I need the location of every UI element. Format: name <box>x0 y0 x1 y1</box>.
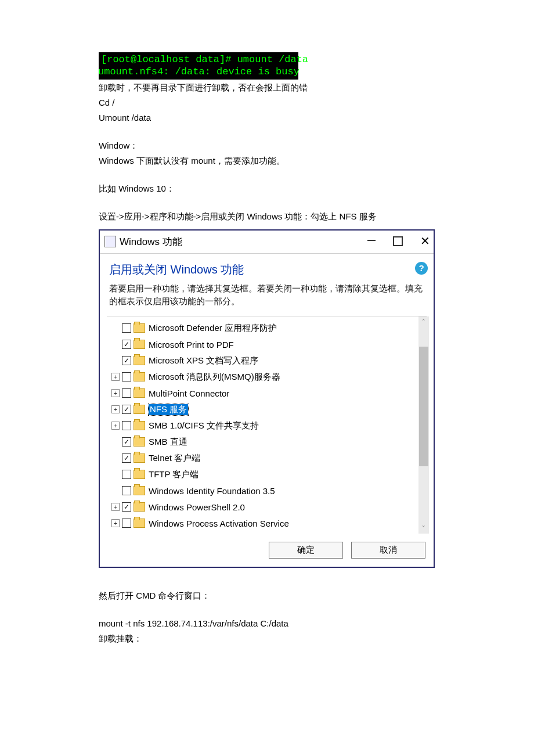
doc-text: 然后打开 CMD 命令行窗口： <box>99 589 435 603</box>
doc-text: Window： <box>99 139 435 153</box>
windows-features-dialog: Windows 功能 ✕ ? 启用或关闭 Windows 功能 若要启用一种功能… <box>99 229 435 568</box>
doc-text: Windows 下面默认没有 mount，需要添加功能。 <box>99 154 435 168</box>
folder-icon <box>134 405 145 414</box>
feature-row[interactable]: +MultiPoint Connector <box>107 385 427 401</box>
document-body: 卸载时，不要再目录下面进行卸载，否在会报上面的错 Cd / Umount /da… <box>99 81 435 224</box>
expand-icon[interactable]: + <box>111 405 120 413</box>
feature-checkbox[interactable] <box>122 372 131 381</box>
scrollbar[interactable]: ˄ ˅ <box>418 316 429 534</box>
feature-label[interactable]: Microsoft 消息队列(MSMQ)服务器 <box>149 372 280 383</box>
feature-checkbox[interactable] <box>122 323 131 333</box>
feature-checkbox[interactable] <box>122 388 131 398</box>
folder-icon <box>134 421 145 430</box>
dialog-header-title: 启用或关闭 Windows 功能 <box>109 262 424 278</box>
folder-icon <box>134 470 145 479</box>
folder-icon <box>134 453 145 463</box>
feature-label[interactable]: SMB 直通 <box>149 437 187 448</box>
expand-icon[interactable]: + <box>111 389 120 397</box>
feature-label[interactable]: Microsoft XPS 文档写入程序 <box>149 355 258 366</box>
dialog-header: ? 启用或关闭 Windows 功能 若要启用一种功能，请选择其复选框。若要关闭… <box>100 254 434 313</box>
terminal-line-2: umount.nfs4: /data: device is busy <box>98 66 300 77</box>
feature-row[interactable]: +SMB 1.0/CIFS 文件共享支持 <box>107 417 427 434</box>
feature-label[interactable]: Microsoft Print to PDF <box>149 340 234 350</box>
feature-row[interactable]: +Microsoft 消息队列(MSMQ)服务器 <box>107 369 427 385</box>
features-tree: Microsoft Defender 应用程序防护Microsoft Print… <box>107 316 427 534</box>
feature-label[interactable]: Windows Process Activation Service <box>149 519 289 528</box>
folder-icon <box>134 388 145 398</box>
feature-row[interactable]: Microsoft Print to PDF <box>107 336 427 352</box>
feature-label[interactable]: SMB 1.0/CIFS 文件共享支持 <box>149 420 259 431</box>
folder-icon <box>134 372 145 381</box>
feature-label[interactable]: Microsoft Defender 应用程序防护 <box>149 323 277 334</box>
feature-checkbox[interactable] <box>122 470 131 479</box>
expand-icon[interactable]: + <box>111 519 120 527</box>
folder-icon <box>134 519 145 528</box>
feature-checkbox[interactable] <box>122 453 131 463</box>
scroll-down-icon[interactable]: ˅ <box>418 523 429 534</box>
window-icon <box>104 236 116 247</box>
feature-label[interactable]: Windows PowerShell 2.0 <box>149 502 245 512</box>
feature-row[interactable]: SMB 直通 <box>107 434 427 450</box>
ok-button[interactable]: 确定 <box>269 542 343 559</box>
close-button[interactable]: ✕ <box>420 235 430 247</box>
feature-row[interactable]: +Windows PowerShell 2.0 <box>107 499 427 515</box>
minimize-button[interactable] <box>367 240 376 241</box>
feature-row[interactable]: Microsoft XPS 文档写入程序 <box>107 352 427 369</box>
maximize-button[interactable] <box>393 236 403 246</box>
feature-row[interactable]: Microsoft Defender 应用程序防护 <box>107 320 427 336</box>
feature-checkbox[interactable] <box>122 356 131 365</box>
feature-row[interactable]: Windows Identity Foundation 3.5 <box>107 483 427 499</box>
dialog-title: Windows 功能 <box>120 235 182 249</box>
dialog-titlebar: Windows 功能 ✕ <box>100 231 434 252</box>
help-icon[interactable]: ? <box>415 262 428 275</box>
feature-label[interactable]: MultiPoint Connector <box>149 388 229 398</box>
feature-label[interactable]: NFS 服务 <box>149 404 188 415</box>
feature-row[interactable]: +NFS 服务 <box>107 401 427 417</box>
folder-icon <box>134 340 145 349</box>
feature-checkbox[interactable] <box>122 340 131 349</box>
doc-text: Umount /data <box>99 111 435 125</box>
feature-row[interactable]: Telnet 客户端 <box>107 450 427 466</box>
doc-text: 卸载时，不要再目录下面进行卸载，否在会报上面的错 <box>99 81 435 95</box>
feature-checkbox[interactable] <box>122 421 131 430</box>
terminal-output: [root@localhost data]# umount /data umou… <box>99 52 298 80</box>
folder-icon <box>134 502 145 512</box>
terminal-line-1: [root@localhost data]# umount /data <box>101 54 308 65</box>
feature-row[interactable]: +Windows Process Activation Service <box>107 515 427 531</box>
dialog-header-desc: 若要启用一种功能，请选择其复选框。若要关闭一种功能，请清除其复选框。填充的框表示… <box>109 282 424 308</box>
cancel-button[interactable]: 取消 <box>351 542 425 559</box>
folder-icon <box>134 437 145 447</box>
dialog-buttons: 确定 取消 <box>100 534 434 567</box>
doc-text: 比如 Windows 10： <box>99 182 435 196</box>
folder-icon <box>134 323 145 333</box>
doc-text: 卸载挂载： <box>99 632 435 646</box>
expand-icon[interactable]: + <box>111 503 120 511</box>
expand-icon[interactable]: + <box>111 422 120 430</box>
scroll-thumb[interactable] <box>419 347 428 466</box>
folder-icon <box>134 356 145 365</box>
feature-checkbox[interactable] <box>122 502 131 512</box>
doc-text: mount -t nfs 192.168.74.113:/var/nfs/dat… <box>99 617 435 631</box>
doc-text: Cd / <box>99 96 435 110</box>
document-body-lower: 然后打开 CMD 命令行窗口： mount -t nfs 192.168.74.… <box>99 589 435 646</box>
folder-icon <box>134 486 145 495</box>
feature-checkbox[interactable] <box>122 405 131 414</box>
scroll-up-icon[interactable]: ˄ <box>418 316 429 327</box>
feature-checkbox[interactable] <box>122 486 131 495</box>
expand-icon[interactable]: + <box>111 373 120 381</box>
feature-label[interactable]: Telnet 客户端 <box>149 453 200 464</box>
feature-checkbox[interactable] <box>122 519 131 528</box>
feature-row[interactable]: TFTP 客户端 <box>107 466 427 483</box>
feature-label[interactable]: TFTP 客户端 <box>149 469 199 480</box>
feature-label[interactable]: Windows Identity Foundation 3.5 <box>149 486 275 496</box>
doc-text: 设置->应用->程序和功能->启用或关闭 Windows 功能：勾选上 NFS … <box>99 210 435 224</box>
feature-checkbox[interactable] <box>122 437 131 447</box>
